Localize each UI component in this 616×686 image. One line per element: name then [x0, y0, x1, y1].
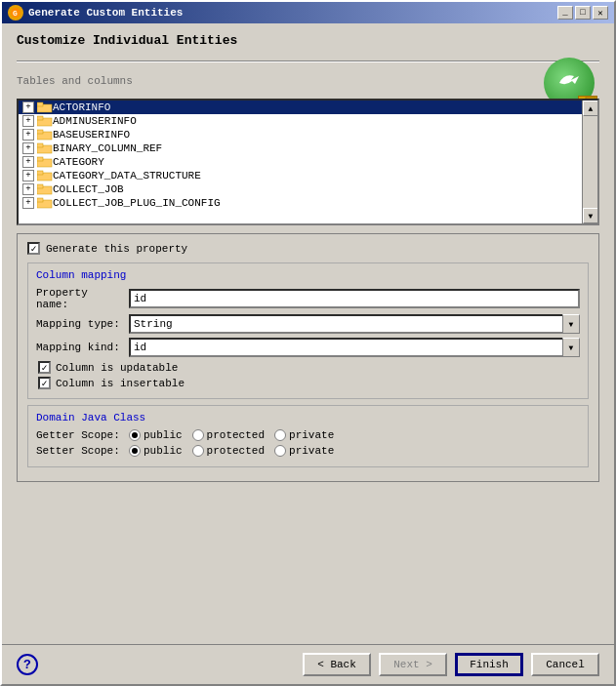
setter-public-option[interactable]: public	[129, 445, 183, 457]
minimize-button[interactable]: _	[557, 6, 573, 20]
svg-rect-11	[37, 143, 43, 147]
folder-icon-collect-job-plug-in-config	[37, 197, 53, 209]
tree-item-collect-job-plug-in-config[interactable]: + COLLECT_JOB_PLUG_IN_CONFIG	[19, 196, 582, 210]
bottom-buttons: ? < Back Next > Finish Cancel	[2, 644, 614, 684]
column-mapping-group: Column mapping Property name: Mapping ty…	[27, 262, 589, 399]
back-button[interactable]: < Back	[303, 653, 371, 676]
getter-private-label: private	[289, 429, 334, 441]
mapping-type-row: Mapping type: String ▼	[36, 314, 580, 334]
property-name-input[interactable]	[129, 289, 580, 308]
close-button[interactable]: ✕	[593, 6, 608, 20]
generate-property-label: Generate this property	[46, 243, 187, 255]
scroll-down-button[interactable]: ▼	[583, 208, 598, 223]
finish-button[interactable]: Finish	[455, 653, 523, 676]
folder-icon-adminuserinfo	[37, 115, 53, 127]
tree-item-binary-column-ref[interactable]: + BINARY_COLUMN_REF	[19, 141, 582, 155]
expand-actorinfo[interactable]: +	[22, 101, 34, 113]
domain-java-class-group: Domain Java Class Getter Scope: public p	[27, 405, 589, 467]
updatable-checkbox[interactable]: ✓	[38, 361, 51, 374]
cancel-button[interactable]: Cancel	[531, 653, 599, 676]
mapping-type-select[interactable]: String	[129, 314, 580, 334]
setter-protected-option[interactable]: protected	[192, 445, 265, 457]
setter-private-option[interactable]: private	[274, 445, 334, 457]
app-icon: G	[8, 5, 23, 20]
getter-protected-radio[interactable]	[192, 429, 204, 441]
folder-icon-actorinfo	[37, 101, 53, 113]
getter-public-radio[interactable]	[129, 429, 141, 441]
mapping-kind-dropdown-arrow[interactable]: ▼	[562, 338, 580, 357]
svg-rect-7	[37, 116, 43, 120]
getter-public-label: public	[144, 429, 183, 441]
setter-private-label: private	[289, 445, 334, 457]
mapping-kind-row: Mapping kind: id ▼	[36, 338, 580, 357]
getter-private-option[interactable]: private	[274, 429, 334, 441]
scroll-track	[583, 116, 597, 208]
svg-rect-19	[37, 198, 43, 202]
getter-public-option[interactable]: public	[129, 429, 183, 441]
tree-item-category-data-structure[interactable]: + CATEGORY_DATA_STRUCTURE	[19, 169, 582, 182]
mapping-kind-label: Mapping kind:	[36, 342, 124, 353]
scroll-up-button[interactable]: ▲	[583, 101, 598, 116]
tree-item-adminuserinfo[interactable]: + ADMINUSERINFO	[19, 114, 582, 128]
property-name-label: Property name:	[36, 287, 124, 310]
insertable-row: ✓ Column is insertable	[38, 377, 580, 389]
svg-rect-5	[37, 102, 43, 106]
tree-item-label: CATEGORY	[53, 156, 104, 168]
getter-protected-label: protected	[207, 429, 265, 441]
setter-public-dot	[132, 448, 138, 454]
tree-item-category[interactable]: + CATEGORY	[19, 155, 582, 169]
window-title: Generate Custom Entities	[28, 7, 183, 19]
folder-icon-binary-column-ref	[37, 142, 53, 154]
generate-property-row: ✓ Generate this property	[27, 242, 589, 255]
expand-collect-job[interactable]: +	[22, 183, 34, 195]
expand-adminuserinfo[interactable]: +	[22, 115, 34, 127]
setter-private-radio[interactable]	[274, 445, 286, 457]
generate-property-checkbox[interactable]: ✓	[27, 242, 40, 255]
setter-public-label: public	[144, 445, 183, 457]
insertable-checkbox[interactable]: ✓	[38, 377, 51, 389]
help-button[interactable]: ?	[17, 654, 38, 675]
navigation-buttons: < Back Next > Finish Cancel	[303, 653, 599, 676]
svg-text:G: G	[13, 9, 18, 18]
next-button[interactable]: Next >	[379, 653, 447, 676]
main-window: G Generate Custom Entities _ □ ✕ Customi…	[0, 0, 616, 686]
tree-item-label: ACTORINFO	[53, 101, 110, 113]
tree-item-label: BASEUSERINFO	[53, 129, 130, 141]
title-bar-left: G Generate Custom Entities	[8, 5, 183, 20]
tree-item-label: COLLECT_JOB_PLUG_IN_CONFIG	[53, 197, 221, 209]
expand-baseuserinfo[interactable]: +	[22, 129, 34, 141]
tree-item-collect-job[interactable]: + COLLECT_JOB	[19, 182, 582, 196]
header-divider	[17, 61, 599, 62]
expand-category-data-structure[interactable]: +	[22, 170, 34, 182]
mapping-type-dropdown-arrow[interactable]: ▼	[562, 314, 580, 334]
mapping-type-select-wrapper: String ▼	[129, 314, 580, 334]
tree-item-baseuserinfo[interactable]: + BASEUSERINFO	[19, 128, 582, 141]
domain-java-class-title: Domain Java Class	[36, 412, 580, 424]
getter-scope-row: Getter Scope: public protected	[36, 429, 580, 441]
tree-item-actorinfo[interactable]: + ACTORINFO	[19, 101, 582, 114]
getter-protected-option[interactable]: protected	[192, 429, 265, 441]
insertable-label: Column is insertable	[56, 378, 185, 389]
setter-public-radio[interactable]	[129, 445, 141, 457]
svg-rect-15	[37, 171, 43, 175]
setter-protected-radio[interactable]	[192, 445, 204, 457]
mapping-type-value: String	[134, 318, 173, 330]
tree-item-label: COLLECT_JOB	[53, 183, 124, 195]
mapping-kind-select[interactable]: id	[129, 338, 580, 357]
expand-binary-column-ref[interactable]: +	[22, 142, 34, 154]
tree-item-label: ADMINUSERINFO	[53, 115, 137, 127]
getter-scope-options: public protected private	[129, 429, 334, 441]
tree-panel[interactable]: + ACTORINFO + ADMINUSERINFO	[17, 99, 599, 225]
folder-icon-baseuserinfo	[37, 129, 53, 141]
getter-public-dot	[132, 432, 138, 438]
updatable-label: Column is updatable	[56, 362, 178, 374]
tree-section-label: Tables and columns	[17, 75, 599, 87]
expand-collect-job-plug-in-config[interactable]: +	[22, 197, 34, 209]
mapping-type-label: Mapping type:	[36, 318, 124, 330]
tree-scrollbar[interactable]: ▲ ▼	[582, 101, 597, 223]
getter-private-radio[interactable]	[274, 429, 286, 441]
property-name-row: Property name:	[36, 287, 580, 310]
mapping-kind-value: id	[134, 342, 146, 353]
expand-category[interactable]: +	[22, 156, 34, 168]
restore-button[interactable]: □	[575, 6, 591, 20]
